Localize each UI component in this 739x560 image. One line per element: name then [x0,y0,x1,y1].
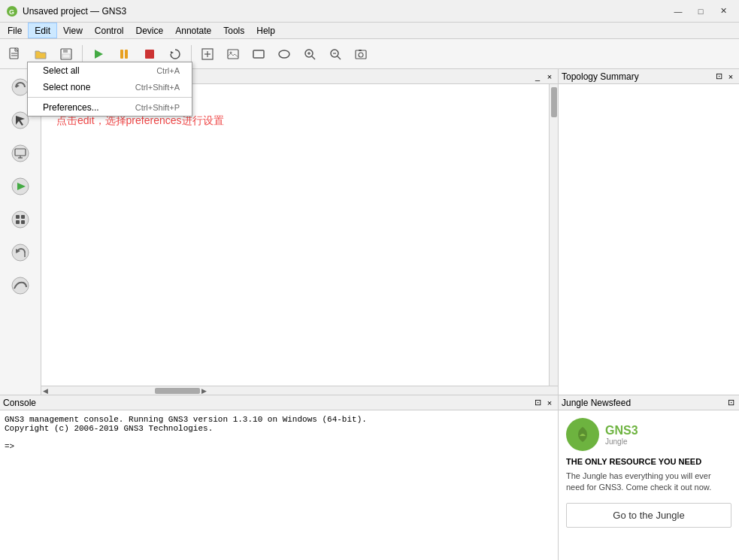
svg-rect-18 [253,50,264,58]
left-sidebar [0,69,41,395]
close-button[interactable]: ✕ [713,4,733,19]
edit-node-icon [201,47,214,61]
menu-help[interactable]: Help [250,23,281,38]
console-content[interactable]: GNS3 management console. Running GNS3 ve… [0,410,558,560]
topology-panel-title: Topology Summary [562,71,639,82]
back-icon [10,242,31,263]
jungle-content: GNS3 Jungle THE ONLY RESOURCE YOU NEED T… [559,410,739,560]
console-line-1: GNS3 management console. Running GNS3 ve… [5,415,553,424]
menu-annotate[interactable]: Annotate [169,23,217,38]
canvas-close-btn[interactable]: × [544,71,555,82]
stop-icon [143,47,156,61]
jungle-body-text: The Jungle has everything you will ever … [566,471,731,494]
ellipse-icon [277,47,291,61]
sidebar-cable[interactable] [5,271,35,301]
menu-select-all[interactable]: Select all Ctrl+A [28,62,192,79]
topology-restore-btn[interactable]: ⊡ [713,71,724,82]
canvas-area: _ × 点击edit，选择preferences进行设置 ◀ ▶ [41,69,559,395]
toolbar-sep-1 [82,45,83,63]
image-icon [226,47,240,61]
topology-close-btn[interactable]: × [725,71,736,82]
open-icon [34,47,47,61]
console-close-btn[interactable]: × [544,398,555,408]
menu-bar: File Edit View Control Device Annotate T… [0,23,739,39]
goto-jungle-button[interactable]: Go to the Jungle [566,503,731,528]
window-title: Unsaved project — GNS3 [23,6,668,17]
menu-view[interactable]: View [57,23,89,38]
sidebar-devices[interactable] [5,204,35,235]
top-section: _ × 点击edit，选择preferences进行设置 ◀ ▶ Topolog… [0,69,739,395]
svg-rect-6 [63,49,68,53]
topology-content [559,84,739,395]
console-title: Console [3,398,36,408]
reload-icon [168,47,182,61]
console-line-4: => [5,442,553,451]
svg-rect-9 [120,50,123,59]
menu-tools[interactable]: Tools [217,23,250,38]
topology-panel-header: Topology Summary ⊡ × [559,69,739,84]
window-controls: — □ ✕ [668,4,733,19]
zoom-out-icon [329,47,342,61]
edit-node-button[interactable] [195,42,220,66]
scroll-left-arrow[interactable]: ◀ [41,387,50,395]
jungle-header-btns: ⊡ [725,398,736,408]
jungle-restore-btn[interactable]: ⊡ [725,398,736,408]
svg-rect-29 [359,50,362,51]
zoom-out-button[interactable] [323,42,347,66]
edit-dropdown: Select all Ctrl+A Select none Ctrl+Shift… [27,62,192,117]
main-layout: _ × 点击edit，选择preferences进行设置 ◀ ▶ Topolog… [0,69,739,560]
svg-rect-7 [62,54,70,58]
restore-button[interactable]: □ [691,4,710,19]
play-icon [92,47,105,61]
console-line-3 [5,433,553,442]
screenshot-button[interactable] [349,42,373,66]
sidebar-monitor[interactable] [5,138,35,168]
rectangle-button[interactable] [247,42,271,66]
canvas-scrollbar-h[interactable]: ◀ ▶ [41,386,558,395]
svg-point-28 [359,53,363,57]
svg-line-25 [338,56,341,59]
zoom-in-button[interactable] [298,42,322,66]
ellipse-button[interactable] [272,42,296,66]
new-button[interactable] [3,42,27,66]
jungle-logo-icon [572,424,593,445]
svg-point-40 [12,211,29,228]
console-header-btns: ⊡ × [532,398,555,408]
menu-separator [28,97,192,98]
menu-edit[interactable]: Edit [28,23,57,38]
menu-file[interactable]: File [2,23,28,38]
canvas-content[interactable]: 点击edit，选择preferences进行设置 ◀ ▶ [41,84,558,395]
jungle-subtitle-text: Jungle [605,437,638,446]
jungle-headline: THE ONLY RESOURCE YOU NEED [566,457,701,466]
image-button[interactable] [221,42,245,66]
screenshot-icon [354,47,368,61]
svg-point-19 [279,50,289,58]
menu-device[interactable]: Device [130,23,170,38]
console-line-2: Copyright (c) 2006-2019 GNS3 Technologie… [5,424,553,433]
svg-point-34 [12,145,29,162]
canvas-minimize-btn[interactable]: _ [532,71,543,82]
sidebar-play[interactable] [5,171,35,201]
sidebar-play-icon [10,176,31,197]
scroll-right-arrow[interactable]: ▶ [200,387,208,395]
console-restore-btn[interactable]: ⊡ [532,398,543,408]
monitor-icon [10,143,31,164]
title-bar: G Unsaved project — GNS3 — □ ✕ [0,0,739,23]
scroll-thumb-v [551,87,557,117]
svg-rect-43 [16,220,20,224]
menu-control[interactable]: Control [89,23,130,38]
svg-marker-8 [95,50,103,59]
minimize-button[interactable]: — [668,4,688,19]
jungle-logo-circle [566,418,599,451]
menu-preferences[interactable]: Preferences... Ctrl+Shift+P [28,99,192,116]
sidebar-back[interactable] [5,238,35,268]
svg-line-21 [312,56,315,59]
pause-icon [117,47,131,61]
svg-rect-41 [16,215,20,219]
cable-icon [10,275,31,296]
new-icon [8,47,22,61]
canvas-scrollbar-v[interactable] [549,84,558,386]
svg-point-45 [12,244,29,261]
svg-point-30 [12,79,29,95]
menu-select-none[interactable]: Select none Ctrl+Shift+A [28,79,192,95]
